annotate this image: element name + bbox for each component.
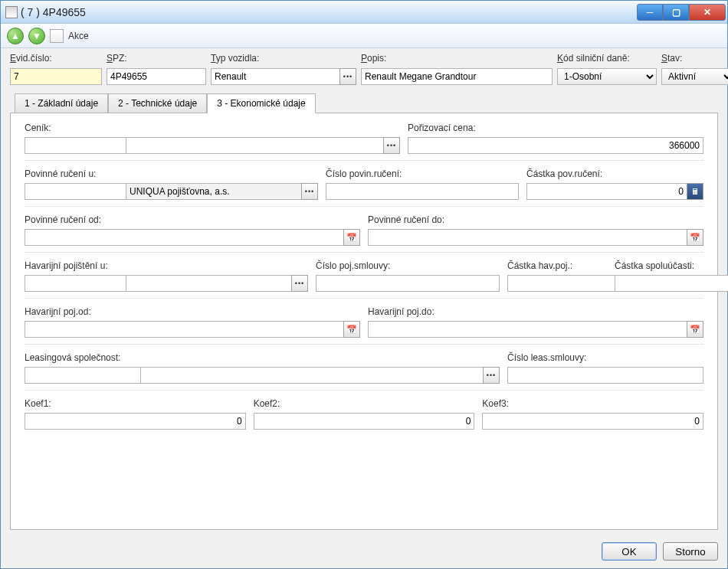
tab-body-ekonomicke: Ceník: Pořizovací cena:: [10, 113, 718, 530]
stav-select[interactable]: Aktivní: [661, 68, 728, 85]
cislo-leas-input[interactable]: [507, 367, 703, 384]
cenik-label: Ceník:: [25, 123, 400, 133]
evid-label: Evid.číslo:: [10, 53, 102, 64]
typ-lookup-button[interactable]: [339, 68, 356, 85]
hav-do-label: Havarijní poj.do:: [368, 306, 703, 317]
leas-text-lookup-button[interactable]: [483, 367, 500, 384]
akce-label[interactable]: Akce: [68, 31, 89, 41]
koef1-input[interactable]: [25, 413, 246, 430]
cislo-poj-label: Číslo poj.smlouvy:: [316, 260, 500, 271]
castka-spolu-input[interactable]: [615, 275, 728, 292]
kod-label: Kód silniční daně:: [557, 53, 657, 64]
app-window: ( 7 ) 4P49655 ─ ▢ ✕ ▲ ▼ Akce Evid.číslo:…: [0, 0, 728, 569]
koef3-input[interactable]: [482, 413, 703, 430]
dialog-buttons: OK Storno: [1, 536, 727, 568]
pov-od-label: Povinné ručení od:: [25, 214, 360, 225]
koef3-label: Koef3:: [482, 398, 703, 409]
akce-icon[interactable]: [50, 29, 64, 43]
tab-strip: 1 - Základní údaje 2 - Technické údaje 3…: [10, 93, 718, 113]
toolbar: ▲ ▼ Akce: [1, 24, 727, 48]
hav-u-text-input[interactable]: [126, 275, 291, 292]
down-arrow-icon[interactable]: ▼: [28, 28, 45, 44]
pov-do-input[interactable]: [368, 229, 687, 246]
typ-input[interactable]: [211, 68, 339, 85]
titlebar: ( 7 ) 4P49655 ─ ▢ ✕: [1, 1, 727, 24]
app-icon: [5, 6, 18, 18]
castka-spolu-label: Částka spoluúčasti:: [615, 260, 714, 271]
pov-od-calendar-button[interactable]: [343, 229, 360, 246]
hav-od-label: Havarijní poj.od:: [25, 306, 360, 317]
hav-u-text-lookup-button[interactable]: [291, 275, 308, 292]
popis-input[interactable]: [361, 68, 553, 85]
hav-do-calendar-button[interactable]: [687, 321, 703, 338]
spz-input[interactable]: [107, 68, 206, 85]
maximize-button[interactable]: ▢: [663, 4, 689, 21]
koef1-label: Koef1:: [25, 398, 246, 409]
koef2-input[interactable]: [254, 413, 475, 430]
hav-do-input[interactable]: [368, 321, 687, 338]
tab-zakladni[interactable]: 1 - Základní údaje: [15, 93, 108, 113]
window-title: ( 7 ) 4P49655: [21, 6, 637, 18]
castka-hav-input[interactable]: [507, 275, 629, 292]
cislo-pov-input[interactable]: [326, 183, 519, 200]
storno-button[interactable]: Storno: [663, 542, 718, 561]
stav-label: Stav:: [661, 53, 728, 64]
minimize-button[interactable]: ─: [637, 4, 663, 21]
castka-pov-input[interactable]: [526, 183, 687, 200]
typ-label: Typ vozidla:: [211, 53, 356, 64]
cenik-text-input[interactable]: [126, 137, 383, 154]
hav-u-label: Havarijní pojištění u:: [25, 260, 308, 271]
castka-hav-label: Částka hav.poj.:: [507, 260, 607, 271]
leas-label: Leasingová společnost:: [25, 352, 500, 363]
castka-pov-label: Částka pov.ručení:: [526, 168, 703, 179]
pov-u-text-lookup-button[interactable]: [301, 183, 318, 200]
koef2-label: Koef2:: [254, 398, 475, 409]
leas-text-input[interactable]: [140, 367, 483, 384]
tab-ekonomicke[interactable]: 3 - Ekonomické údaje: [207, 93, 315, 113]
cenik-text-lookup-button[interactable]: [383, 137, 400, 154]
pov-do-calendar-button[interactable]: [687, 229, 703, 246]
leas-code-input[interactable]: [25, 367, 146, 384]
pov-u-label: Povinné ručení u:: [25, 168, 318, 179]
cislo-pov-label: Číslo povin.ručení:: [326, 168, 519, 179]
pov-u-text-input[interactable]: [126, 183, 301, 200]
castka-pov-calc-button[interactable]: [687, 183, 703, 200]
hav-od-input[interactable]: [25, 321, 343, 338]
up-arrow-icon[interactable]: ▲: [7, 28, 24, 44]
cislo-poj-input[interactable]: [316, 275, 500, 292]
evid-input[interactable]: [10, 68, 102, 85]
pov-od-input[interactable]: [25, 229, 343, 246]
ok-button[interactable]: OK: [602, 542, 657, 561]
header-fields: Evid.číslo: SPZ: Typ vozidla: Popis: Kód…: [10, 53, 718, 85]
pov-do-label: Povinné ručení do:: [368, 214, 703, 225]
hav-od-calendar-button[interactable]: [343, 321, 360, 338]
popis-label: Popis:: [361, 53, 553, 64]
tab-technicke[interactable]: 2 - Technické údaje: [108, 93, 207, 113]
kod-select[interactable]: 1-Osobní: [557, 68, 657, 85]
spz-label: SPZ:: [107, 53, 206, 64]
porizovaci-input[interactable]: [408, 137, 703, 154]
close-button[interactable]: ✕: [689, 4, 726, 21]
content-area: Evid.číslo: SPZ: Typ vozidla: Popis: Kód…: [1, 48, 727, 536]
cislo-leas-label: Číslo leas.smlouvy:: [507, 352, 703, 363]
porizovaci-label: Pořizovací cena:: [408, 123, 703, 133]
